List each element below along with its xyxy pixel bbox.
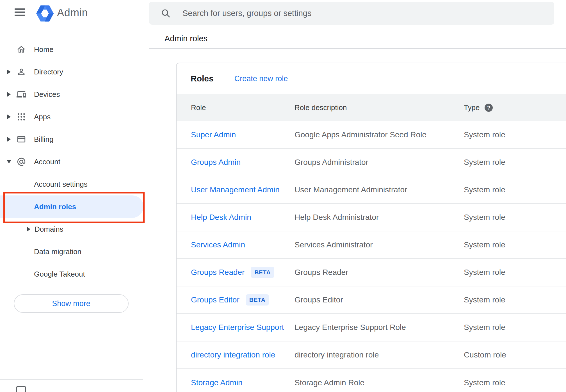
role-type: System role <box>464 185 566 194</box>
header-divider <box>149 48 566 49</box>
chevron-right-icon[interactable] <box>7 70 11 74</box>
show-more-button[interactable]: Show more <box>14 294 129 313</box>
roles-card-header: Roles Create new role <box>177 63 566 94</box>
beta-badge: BETA <box>246 294 269 306</box>
table-row: directory integration role directory int… <box>177 341 566 369</box>
search-input[interactable]: Search for users, groups or settings <box>149 2 554 25</box>
role-type: System role <box>464 158 566 167</box>
hamburger-menu-icon[interactable] <box>15 8 25 16</box>
sidebar-item-domains[interactable]: Domains <box>0 218 149 240</box>
role-type: System role <box>464 130 566 139</box>
role-link[interactable]: Groups Reader <box>191 268 245 277</box>
role-type: System role <box>464 378 566 387</box>
sidebar-item-billing[interactable]: Billing <box>0 128 149 151</box>
sidebar-item-label: Directory <box>34 68 63 76</box>
table-row: Groups Editor BETA Groups Editor System … <box>177 286 566 314</box>
sidebar-nav: Home Directory Devices Apps Billing <box>0 38 149 285</box>
role-description: Groups Reader <box>295 268 464 277</box>
sidebar-item-label: Data migration <box>34 247 81 256</box>
sidebar-item-home[interactable]: Home <box>0 38 149 61</box>
sidebar-divider <box>0 379 143 380</box>
sidebar-item-data-migration[interactable]: Data migration <box>0 240 149 263</box>
search-icon <box>161 8 171 18</box>
beta-badge: BETA <box>251 267 274 278</box>
sidebar-item-label: Admin roles <box>34 202 76 211</box>
chevron-right-icon[interactable] <box>7 92 11 97</box>
sidebar-item-label: Google Takeout <box>34 270 85 279</box>
breadcrumb: Admin roles <box>165 34 207 43</box>
devices-icon <box>17 90 26 99</box>
home-icon <box>17 45 26 54</box>
sidebar-item-label: Devices <box>34 90 60 99</box>
sidebar-item-admin-roles[interactable]: Admin roles <box>0 195 149 218</box>
table-row: Legacy Enterprise Support Legacy Enterpr… <box>177 314 566 341</box>
search-placeholder: Search for users, groups or settings <box>182 9 311 18</box>
table-row: Groups Reader BETA Groups Reader System … <box>177 259 566 286</box>
role-description: Services Administrator <box>295 240 464 249</box>
cutoff-icon <box>16 386 26 392</box>
apps-grid-icon <box>17 112 26 122</box>
help-icon[interactable]: ? <box>485 104 493 112</box>
google-admin-logo-icon <box>36 5 54 23</box>
role-description: Help Desk Administrator <box>295 213 464 222</box>
table-row: Groups Admin Groups Administrator System… <box>177 149 566 176</box>
sidebar-item-label: Apps <box>34 113 51 121</box>
chevron-down-icon[interactable] <box>7 160 11 163</box>
column-header-type: Type ? <box>464 103 566 112</box>
chevron-right-icon[interactable] <box>7 115 11 119</box>
role-description: directory integration role <box>295 350 464 359</box>
sidebar-item-account-settings[interactable]: Account settings <box>0 173 149 195</box>
role-type: System role <box>464 240 566 249</box>
role-link[interactable]: directory integration role <box>191 350 275 359</box>
role-link[interactable]: Storage Admin <box>191 378 243 387</box>
table-row: Help Desk Admin Help Desk Administrator … <box>177 204 566 231</box>
table-header-row: Role Role description Type ? <box>177 94 566 121</box>
role-link[interactable]: Help Desk Admin <box>191 213 251 222</box>
role-type: System role <box>464 268 566 277</box>
role-description: Groups Editor <box>295 295 464 304</box>
column-header-description: Role description <box>295 103 464 112</box>
chevron-right-icon[interactable] <box>27 227 30 231</box>
role-type: Custom role <box>464 350 566 359</box>
role-description: Groups Administrator <box>295 158 464 167</box>
person-icon <box>17 67 26 77</box>
sidebar-item-label: Account settings <box>34 180 88 189</box>
sidebar-item-label: Home <box>34 45 53 54</box>
at-sign-icon <box>17 157 26 167</box>
sidebar-item-devices[interactable]: Devices <box>0 83 149 106</box>
sidebar-item-label: Billing <box>34 135 53 144</box>
role-link[interactable]: Groups Admin <box>191 158 241 167</box>
role-description: Legacy Enterprise Support Role <box>295 323 464 332</box>
create-new-role-link[interactable]: Create new role <box>234 74 288 83</box>
roles-card: Roles Create new role Role Role descript… <box>176 63 566 392</box>
table-row: Super Admin Google Apps Administrator Se… <box>177 121 566 149</box>
role-link[interactable]: Groups Editor <box>191 295 239 304</box>
table-row: Storage Admin Storage Admin Role System … <box>177 369 566 392</box>
sidebar-item-label: Account <box>34 158 60 166</box>
role-description: Google Apps Administrator Seed Role <box>295 130 464 139</box>
chevron-right-icon[interactable] <box>7 137 11 142</box>
role-type: System role <box>464 323 566 332</box>
table-row: User Management Admin User Management Ad… <box>177 176 566 204</box>
role-link[interactable]: Legacy Enterprise Support <box>191 323 284 332</box>
role-description: User Management Administrator <box>295 185 464 194</box>
credit-card-icon <box>17 135 26 144</box>
column-header-type-label: Type <box>464 103 480 112</box>
table-row: Services Admin Services Administrator Sy… <box>177 231 566 259</box>
role-description: Storage Admin Role <box>295 378 464 387</box>
sidebar-item-apps[interactable]: Apps <box>0 106 149 128</box>
role-type: System role <box>464 295 566 304</box>
card-title: Roles <box>191 74 214 83</box>
role-type: System role <box>464 213 566 222</box>
role-link[interactable]: Services Admin <box>191 240 245 249</box>
admin-console-screen: Admin Home Directory Devices Apps <box>0 0 566 392</box>
role-link[interactable]: User Management Admin <box>191 185 280 194</box>
sidebar-item-label: Domains <box>35 225 63 234</box>
app-title: Admin <box>57 7 88 19</box>
sidebar-item-google-takeout[interactable]: Google Takeout <box>0 263 149 285</box>
role-link[interactable]: Super Admin <box>191 130 236 139</box>
sidebar-item-directory[interactable]: Directory <box>0 61 149 83</box>
column-header-role: Role <box>177 103 295 112</box>
sidebar-item-account[interactable]: Account <box>0 151 149 173</box>
roles-table-body: Super Admin Google Apps Administrator Se… <box>177 121 566 392</box>
